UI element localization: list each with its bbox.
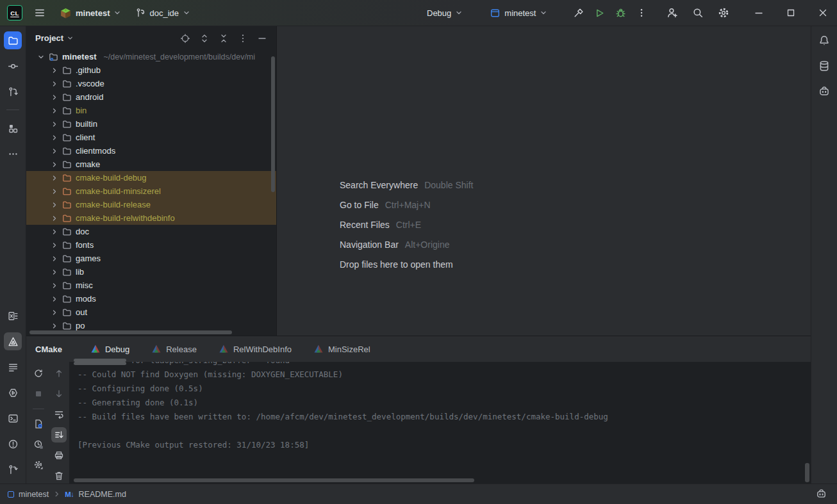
debug-button[interactable] [613,5,629,21]
more-toolwindows-button[interactable] [4,145,22,163]
close-button[interactable] [815,5,831,20]
search-everywhere-button[interactable] [690,4,706,21]
expand-all-button[interactable] [197,31,212,46]
commit-toolwindow-button[interactable] [4,57,22,75]
breadcrumb: minetest M↓ README.md [8,490,126,499]
minimize-button[interactable] [751,5,767,20]
show-history-button[interactable] [31,437,46,452]
run-target-selector[interactable]: minetest [486,5,551,21]
panel-options-button[interactable] [235,31,251,46]
run-config-selector[interactable]: Debug [423,6,467,20]
console-horizontal-scrollbar[interactable] [74,478,474,482]
collapse-all-button[interactable] [216,31,231,46]
tree-row-selected[interactable]: cmake-build-relwithdebinfo [26,211,276,225]
shortcut-keys: Ctrl+Maj+N [385,200,431,210]
cmake-tab-minsizerel[interactable]: MinSizeRel [313,344,370,354]
tree-row-selected[interactable]: cmake-build-release [26,198,276,211]
git-toolwindow-button[interactable] [4,460,22,478]
tree-row[interactable]: games [26,252,276,265]
stop-button[interactable] [31,386,46,402]
console-top-scrollbar[interactable] [74,362,126,365]
tree-item-label: minetest [62,52,96,61]
tree-row[interactable]: .vscode [26,77,276,90]
breadcrumb-project[interactable]: minetest [19,490,49,499]
cmake-toolwindow-button[interactable] [4,332,22,350]
clion-logo-text: CL [10,10,19,17]
tree-row[interactable]: mods [26,292,276,305]
problems-toolwindow-button[interactable] [4,435,22,453]
tree-row[interactable]: android [26,90,276,104]
select-opened-file-button[interactable] [178,31,193,46]
tree-row[interactable]: cmake [26,158,276,171]
cmake-tab-release[interactable]: Release [151,344,197,354]
tree-row[interactable]: lib [26,265,276,279]
tree-row[interactable]: out [26,305,276,319]
cmake-tab-debug[interactable]: Debug [90,344,129,354]
todo-toolwindow-button[interactable] [4,358,22,376]
cmake-logo-icon [90,344,101,354]
cmake-tab-relwithdebinfo[interactable]: RelWithDebInfo [219,344,292,354]
tree-item-label: po [76,321,85,330]
tree-row-selected[interactable]: cmake-build-debug [26,171,276,184]
database-button[interactable] [815,57,833,75]
scroll-to-end-button[interactable] [51,427,67,443]
structure-toolwindow-button[interactable] [4,119,22,137]
open-cmake-cache-button[interactable] [31,416,46,432]
clear-all-button[interactable] [51,468,67,484]
tree-row[interactable]: bin [26,104,276,117]
tree-row[interactable]: .github [26,63,276,77]
main-menu-button[interactable] [31,4,48,21]
project-vertical-scrollbar[interactable] [271,56,275,192]
breadcrumb-file[interactable]: README.md [79,490,126,499]
statusbar: minetest M↓ README.md [0,484,837,504]
print-button[interactable] [51,448,67,463]
project-panel-title-label: Project [35,33,63,43]
run-button[interactable] [592,5,608,21]
pull-requests-toolwindow-button[interactable] [4,83,22,101]
notifications-button[interactable] [815,31,833,49]
project-toolwindow-button[interactable] [4,31,22,49]
more-actions-button[interactable] [634,5,649,20]
chevron-down-icon [113,9,121,17]
project-panel-title[interactable]: Project [35,33,74,43]
tree-item-label: out [76,307,87,317]
shortcut-label: Search Everywhere [340,180,418,190]
tree-row[interactable]: client [26,131,276,144]
cmake-title: CMake [35,345,62,354]
reload-cmake-button[interactable] [31,366,46,381]
drop-files-hint: Drop files here to open them [340,259,453,270]
ai-assistant-button[interactable] [815,83,833,101]
hide-panel-button[interactable] [254,31,270,46]
vcs-branch-selector[interactable]: doc_ide [131,5,194,20]
tree-row[interactable]: doc [26,225,276,238]
tree-item-label: bin [76,106,87,115]
tree-row[interactable]: misc [26,279,276,292]
tree-row[interactable]: builtin [26,117,276,131]
prev-message-button[interactable] [51,366,67,381]
tree-row-root[interactable]: minetest ~/dev/minetest_development/buil… [26,50,276,63]
ide-window: CL minetest [0,0,837,504]
editor-area: Search EverywhereDouble Shift Go to File… [277,26,811,336]
console-vertical-scrollbar[interactable] [805,463,809,482]
settings-button[interactable] [715,4,732,21]
next-message-button[interactable] [51,386,67,402]
build-button[interactable] [570,5,586,21]
code-with-me-button[interactable] [664,4,681,21]
csv-plugin-toolwindow-button[interactable] [4,307,22,325]
cmake-settings-button[interactable] [31,457,46,473]
cmake-console[interactable]: -- Looking for luaopen_string_buffer - f… [69,362,811,484]
project-selector[interactable]: minetest [56,4,125,22]
run-target-icon [490,8,501,19]
terminal-toolwindow-button[interactable] [4,409,22,427]
tree-row-selected[interactable]: cmake-build-minsizerel [26,184,276,198]
soft-wrap-button[interactable] [51,407,67,422]
services-toolwindow-button[interactable] [4,384,22,402]
tree-row[interactable]: fonts [26,238,276,252]
maximize-button[interactable] [783,5,799,20]
project-horizontal-scrollbar[interactable] [29,330,232,334]
cmake-console-toolbar [26,362,69,484]
run-target-label: minetest [504,8,536,18]
tree-row[interactable]: clientmods [26,144,276,158]
ai-assistant-status-button[interactable] [813,486,829,503]
chevron-down-icon [540,9,547,17]
